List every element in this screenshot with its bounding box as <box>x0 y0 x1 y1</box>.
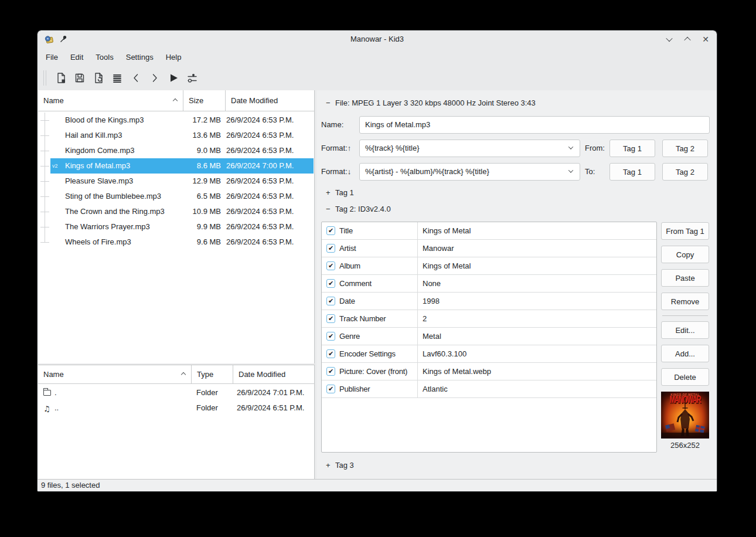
file-row[interactable]: Wheels of Fire.mp3 9.6 MB 26/9/2024 6:53… <box>38 234 314 250</box>
file-date-modified: 26/9/2024 7:00 P.M. <box>226 158 294 174</box>
file-row[interactable]: Hail and Kill.mp3 13.6 MB 26/9/2024 6:53… <box>38 128 314 143</box>
menu-file[interactable]: File <box>43 51 61 63</box>
open-file-button[interactable] <box>52 69 70 87</box>
file-row[interactable]: Kingdom Come.mp3 9.0 MB 26/9/2024 6:53 P… <box>38 143 314 158</box>
maximize-button[interactable] <box>681 33 694 46</box>
menu-edit[interactable]: Edit <box>67 51 86 63</box>
frame-value-cell[interactable]: Kings of Metal <box>423 257 654 275</box>
edit-button[interactable]: Edit... <box>661 321 709 339</box>
frame-value-cell[interactable]: Kings of Metal.webp <box>423 363 654 380</box>
tag1-section-header[interactable]: + Tag 1 <box>326 188 354 197</box>
album-cover-thumbnail[interactable]: KINGS OF METAL MANOWAR <box>661 392 709 439</box>
folder-list-header-date[interactable]: Date Modified <box>233 365 314 383</box>
window-title: Manowar - Kid3 <box>38 30 717 48</box>
file-section-header[interactable]: − File: MPEG 1 Layer 3 320 kbps 48000 Hz… <box>326 98 536 107</box>
copy-button[interactable]: Copy <box>661 246 709 263</box>
folder-list-header: Name Type Date Modified <box>38 365 314 384</box>
frame-value-cell[interactable]: Lavf60.3.100 <box>423 345 654 363</box>
file-size: 9.9 MB <box>179 219 221 234</box>
tag2-frame-row: Genre Metal <box>322 328 656 345</box>
frame-field-name: Encoder Settings <box>339 345 396 363</box>
revert-button[interactable] <box>89 69 108 87</box>
folder-row[interactable]: .. Folder 26/9/2024 6:51 P.M. <box>38 400 314 416</box>
tag2-frame-row: Encoder Settings Lavf60.3.100 <box>322 345 656 363</box>
file-name: The Crown and the Ring.mp3 <box>65 204 165 219</box>
frame-checkbox[interactable] <box>326 244 335 253</box>
format-from-filename-combo[interactable]: %{track} %{title} <box>359 140 580 157</box>
to-tag1-button[interactable]: Tag 1 <box>609 163 655 181</box>
frame-checkbox[interactable] <box>326 261 335 270</box>
file-name: Sting of the Bumblebee.mp3 <box>65 189 161 204</box>
frame-value-cell[interactable]: 2 <box>423 310 654 328</box>
frame-field-name: Comment <box>339 275 372 293</box>
revert-icon <box>92 72 105 84</box>
frame-checkbox[interactable] <box>326 297 335 305</box>
tag2-section-header[interactable]: − Tag 2: ID3v2.4.0 <box>326 205 391 213</box>
previous-file-button[interactable] <box>127 69 145 87</box>
folder-row[interactable]: . Folder 26/9/2024 7:01 P.M. <box>38 385 314 400</box>
close-button[interactable]: ✕ <box>699 33 712 46</box>
minimize-button[interactable] <box>663 33 676 46</box>
frame-value-cell[interactable]: Manowar <box>423 240 654 257</box>
file-row[interactable]: Sting of the Bumblebee.mp3 6.5 MB 26/9/2… <box>38 189 314 204</box>
file-rows: Blood of the Kings.mp3 17.2 MB 26/9/2024… <box>38 113 314 250</box>
remove-button[interactable]: Remove <box>661 293 709 310</box>
from-tag1-button[interactable]: From Tag 1 <box>661 222 709 240</box>
format-up-label: Format:↑ <box>321 140 351 157</box>
frame-value-cell[interactable]: Kings of Metal <box>423 222 654 240</box>
file-row[interactable]: The Warriors Prayer.mp3 9.9 MB 26/9/2024… <box>38 219 314 234</box>
file-list-header-name[interactable]: Name <box>38 90 183 111</box>
frame-checkbox[interactable] <box>326 367 335 376</box>
file-name: Blood of the Kings.mp3 <box>65 113 144 128</box>
sort-ascending-icon <box>173 98 178 103</box>
tag-v2-badge: v2 <box>52 158 58 174</box>
file-list-header-date[interactable]: Date Modified <box>226 90 314 111</box>
folder-row-icon <box>43 402 50 417</box>
frame-value-cell[interactable]: None <box>423 275 654 293</box>
next-file-button[interactable] <box>145 69 164 87</box>
play-button[interactable] <box>164 69 183 87</box>
toolbar-drag-handle[interactable] <box>43 70 46 86</box>
paste-button[interactable]: Paste <box>661 269 709 287</box>
file-row[interactable]: Blood of the Kings.mp3 17.2 MB 26/9/2024… <box>38 113 314 128</box>
select-all-button[interactable] <box>108 69 127 87</box>
frame-checkbox[interactable] <box>326 314 335 323</box>
file-name: Kingdom Come.mp3 <box>65 143 135 158</box>
titlebar: Manowar - Kid3 ✕ <box>38 30 717 48</box>
frame-checkbox[interactable] <box>326 332 335 341</box>
cover-size-caption: 256x252 <box>661 441 709 450</box>
file-list-header-size[interactable]: Size <box>183 90 225 111</box>
from-tag2-filename-button[interactable]: Tag 2 <box>662 140 708 157</box>
delete-button[interactable]: Delete <box>661 368 709 386</box>
number-tracks-button[interactable] <box>183 69 202 87</box>
play-icon <box>167 72 180 84</box>
frame-checkbox[interactable] <box>326 226 335 235</box>
tag3-section-header[interactable]: + Tag 3 <box>326 461 354 470</box>
menu-tools[interactable]: Tools <box>93 51 116 63</box>
frame-value-cell[interactable]: 1998 <box>423 293 654 310</box>
frame-checkbox[interactable] <box>326 385 335 393</box>
tag2-frame-row: Comment None <box>322 275 656 293</box>
folder-list-header-type[interactable]: Type <box>192 365 233 383</box>
file-row[interactable]: Pleasure Slave.mp3 12.9 MB 26/9/2024 6:5… <box>38 174 314 189</box>
from-tag1-filename-button[interactable]: Tag 1 <box>609 140 655 157</box>
frame-value-cell[interactable]: Atlantic <box>423 380 654 398</box>
to-tag2-button[interactable]: Tag 2 <box>662 163 708 181</box>
to-label: To: <box>585 163 595 181</box>
sort-ascending-icon <box>181 372 186 376</box>
file-row[interactable]: The Crown and the Ring.mp3 10.9 MB 26/9/… <box>38 204 314 219</box>
tag2-frame-table: Title Kings of Metal Artist Manowar Albu… <box>321 222 657 453</box>
format-to-filename-combo[interactable]: %{artist} - %{album}/%{track} %{title} <box>359 163 580 181</box>
file-row[interactable]: v2 Kings of Metal.mp3 8.6 MB 26/9/2024 7… <box>38 158 314 174</box>
save-button[interactable] <box>70 69 89 87</box>
filename-input[interactable]: Kings of Metal.mp3 <box>359 116 710 134</box>
file-list: Name Size Date Modified Blood of the Kin <box>38 90 315 363</box>
menu-settings[interactable]: Settings <box>123 51 156 63</box>
folder-list-header-name[interactable]: Name <box>38 365 191 383</box>
menu-help[interactable]: Help <box>163 51 185 63</box>
frame-checkbox[interactable] <box>326 349 335 358</box>
add-button[interactable]: Add... <box>661 345 709 362</box>
folder-name: .. <box>55 400 59 416</box>
frame-value-cell[interactable]: Metal <box>423 328 654 345</box>
frame-checkbox[interactable] <box>326 279 335 288</box>
